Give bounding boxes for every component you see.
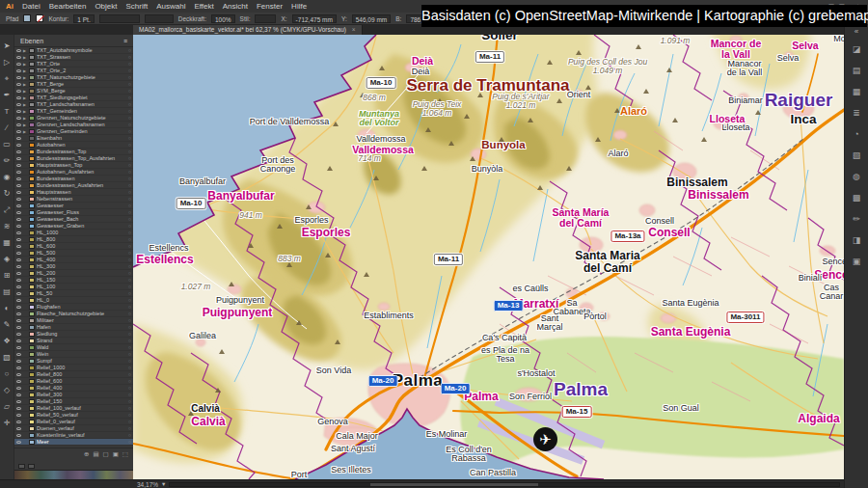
layer-row[interactable]: Wein○ <box>14 351 133 358</box>
layer-row[interactable]: Duenen_verlauf○ <box>14 425 133 432</box>
visibility-eye-icon[interactable] <box>16 360 21 363</box>
tool-icon[interactable]: ✛ <box>1 415 13 431</box>
layer-row[interactable]: Autobahnen○ <box>14 142 133 149</box>
panel-footer-icon[interactable]: ⊕ <box>84 450 89 458</box>
visibility-eye-icon[interactable] <box>16 191 21 194</box>
tool-icon[interactable]: T <box>1 103 13 120</box>
layer-target-icon[interactable]: ○ <box>128 365 131 370</box>
visibility-eye-icon[interactable] <box>16 218 21 221</box>
layer-row[interactable]: Bundesstrassen_Ausfahrten○ <box>14 182 133 189</box>
layer-target-icon[interactable]: ○ <box>128 257 131 262</box>
layer-target-icon[interactable]: ○ <box>128 189 131 195</box>
panel-icon[interactable]: ✏ <box>853 208 860 230</box>
layer-row[interactable]: ▶TXT_Landschaftsnamen○ <box>14 101 133 108</box>
stroke-swatch[interactable] <box>36 14 43 22</box>
layer-row[interactable]: HL_400○ <box>14 257 133 263</box>
visibility-eye-icon[interactable] <box>16 211 21 214</box>
visibility-eye-icon[interactable] <box>16 96 21 99</box>
visibility-eye-icon[interactable] <box>16 387 21 390</box>
layer-target-icon[interactable]: ○ <box>128 176 131 181</box>
visibility-eye-icon[interactable] <box>16 245 21 248</box>
panel-icon[interactable]: ▧ <box>853 145 861 166</box>
visibility-eye-icon[interactable] <box>16 306 21 309</box>
layer-row[interactable]: Nebenstrassen○ <box>14 196 133 203</box>
layer-target-icon[interactable]: ○ <box>128 405 131 411</box>
visibility-eye-icon[interactable] <box>16 339 21 342</box>
fill-swatch[interactable] <box>23 14 31 22</box>
layer-target-icon[interactable]: ○ <box>128 270 131 276</box>
layer-target-icon[interactable]: ○ <box>128 68 131 73</box>
layer-row[interactable]: ▶TXT_Berge○ <box>14 81 133 88</box>
expand-arrow-icon[interactable]: ▶ <box>23 75 27 80</box>
visibility-eye-icon[interactable] <box>16 400 21 403</box>
expand-arrow-icon[interactable]: ▶ <box>23 129 27 134</box>
layer-target-icon[interactable]: ○ <box>128 135 131 141</box>
menu-item-objekt[interactable]: Objekt <box>95 2 117 11</box>
layer-row[interactable]: Strand○ <box>14 338 133 344</box>
visibility-eye-icon[interactable] <box>16 144 21 147</box>
layer-row[interactable]: Hauptstrassen○ <box>14 189 133 196</box>
gradient-strip[interactable] <box>14 470 133 479</box>
layer-row[interactable]: ▶SYM_Berge○ <box>14 88 133 95</box>
visibility-eye-icon[interactable] <box>16 110 21 113</box>
layer-row[interactable]: HL_800○ <box>14 236 133 243</box>
layer-target-icon[interactable]: ○ <box>128 81 131 87</box>
tool-icon[interactable]: ◈ <box>1 251 13 267</box>
layer-target-icon[interactable]: ○ <box>128 61 131 67</box>
expand-arrow-icon[interactable]: ▶ <box>23 82 27 87</box>
tool-icon[interactable]: ▱ <box>1 398 13 415</box>
layer-target-icon[interactable]: ○ <box>128 128 131 134</box>
visibility-eye-icon[interactable] <box>16 204 21 207</box>
layer-target-icon[interactable]: ○ <box>128 398 131 404</box>
visibility-eye-icon[interactable] <box>16 225 21 228</box>
layer-row[interactable]: Relief_100_verlauf○ <box>14 405 133 412</box>
layer-target-icon[interactable]: ○ <box>128 149 131 154</box>
panel-menu-icon[interactable]: ≡ <box>123 35 127 46</box>
visibility-eye-icon[interactable] <box>16 137 21 140</box>
layer-row[interactable]: HL_50○ <box>14 290 133 297</box>
tool-icon[interactable]: ≋ <box>1 218 13 234</box>
panel-footer-icon[interactable]: ▤ <box>93 450 98 458</box>
visibility-eye-icon[interactable] <box>16 420 21 423</box>
layer-row[interactable]: HL_300○ <box>14 263 133 270</box>
layer-row[interactable]: HL_100○ <box>14 284 133 290</box>
visibility-eye-icon[interactable] <box>16 103 21 106</box>
visibility-eye-icon[interactable] <box>16 292 21 295</box>
menu-item-hilfe[interactable]: Hilfe <box>291 2 307 11</box>
visibility-eye-icon[interactable] <box>16 353 21 356</box>
panel-icon[interactable]: ▦ <box>853 81 861 102</box>
layer-row[interactable]: HL_600○ <box>14 243 133 250</box>
visibility-eye-icon[interactable] <box>16 171 21 174</box>
visibility-eye-icon[interactable] <box>16 56 21 59</box>
layer-row[interactable]: ▶TXT_Naturschutzgebiete○ <box>14 74 133 81</box>
panel-icon[interactable]: ▩ <box>853 187 861 208</box>
layer-target-icon[interactable]: ○ <box>128 196 131 202</box>
layer-row[interactable]: Bundesstrassen○ <box>14 176 133 182</box>
layer-row[interactable]: HL_1000○ <box>14 230 133 236</box>
layer-target-icon[interactable]: ○ <box>128 439 131 445</box>
panel-icon[interactable]: ◔ <box>854 123 858 145</box>
tool-icon[interactable]: ➤ <box>1 38 13 54</box>
gradient-chip[interactable] <box>28 464 35 469</box>
visibility-eye-icon[interactable] <box>16 130 21 133</box>
visibility-eye-icon[interactable] <box>16 407 21 410</box>
panel-icon[interactable]: ▣ <box>853 251 861 272</box>
style-dropdown[interactable] <box>255 14 276 23</box>
tool-icon[interactable]: ▧ <box>1 349 13 366</box>
panel-icon[interactable]: ◍ <box>853 166 860 187</box>
visibility-eye-icon[interactable] <box>16 319 21 322</box>
layer-row[interactable]: HL_500○ <box>14 250 133 257</box>
visibility-eye-icon[interactable] <box>16 198 21 201</box>
layer-row[interactable]: Gewaesser_Fluss○ <box>14 209 133 216</box>
layer-target-icon[interactable]: ○ <box>128 236 131 242</box>
visibility-eye-icon[interactable] <box>16 164 21 167</box>
layer-row[interactable]: ▶Grenzen_Gemeinden○ <box>14 128 133 135</box>
layer-target-icon[interactable]: ○ <box>128 392 131 397</box>
layer-target-icon[interactable]: ○ <box>128 263 131 269</box>
layer-target-icon[interactable]: ○ <box>128 250 131 256</box>
layer-row[interactable]: Gewaesser○ <box>14 203 133 209</box>
visibility-eye-icon[interactable] <box>16 63 21 66</box>
tool-icon[interactable]: ⊞ <box>1 267 13 284</box>
layer-row[interactable]: Sumpf○ <box>14 358 133 365</box>
layer-row[interactable]: Bundesstrassen_Top○ <box>14 149 133 155</box>
